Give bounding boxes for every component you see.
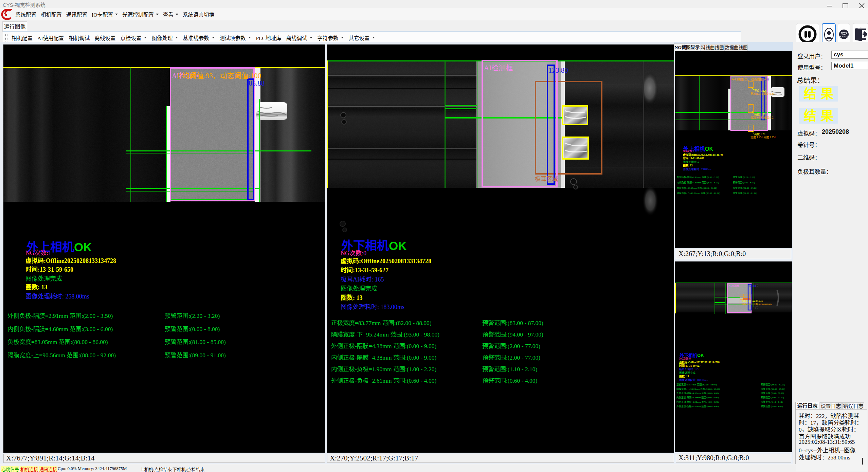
status-cpu-memory: Cpu: 0.0% Memory: 3424.41796875M xyxy=(58,466,127,471)
tool-camera-config[interactable]: 相机配置 xyxy=(11,33,33,42)
chevron-down-icon xyxy=(176,14,178,15)
user-icon xyxy=(824,28,834,42)
camera1-process-done: 图像处理完成 xyxy=(25,274,62,283)
login-user-label: 登录用户： xyxy=(797,52,826,60)
menu-item-view[interactable]: 查看 xyxy=(162,10,179,19)
app-logo-icon xyxy=(1,9,12,20)
exit-icon xyxy=(854,27,867,41)
tab-line-curve[interactable]: 料线曲线图 xyxy=(701,44,724,51)
chevron-down-icon xyxy=(341,37,344,38)
thumb2-row: 预警范围:(1.10 - 2.10) xyxy=(761,400,783,403)
minimize-icon[interactable] xyxy=(827,6,832,6)
tab-data-curve[interactable]: 数据曲线图 xyxy=(724,44,748,51)
camera2-row-left: 正极宽度=83.77mm 范围:(82.00 - 88.00) xyxy=(331,318,432,327)
camera2-view[interactable]: AI检测框 123.80 极耳区域 外下相机OK NG次数:0 虚拟码:Offl… xyxy=(327,44,674,453)
tab-run-image[interactable]: 运行图像 xyxy=(2,21,27,32)
log-line: 处理耗时：258.00ms xyxy=(799,453,850,461)
status-comm-link: 通讯连接 xyxy=(39,466,57,472)
camera2-row-right: 预警范围:(2.00 - 77.00) xyxy=(482,353,540,361)
menu-item-light-config[interactable]: 光源控制配置 xyxy=(121,10,160,19)
tool-ai-use-config[interactable]: AI使用配置 xyxy=(37,33,65,42)
tool-camera-debug[interactable]: 相机调试 xyxy=(68,33,90,42)
thumb1-row: 预警范围:(89.00 - 91.00) xyxy=(733,191,757,195)
status-upper-camera: 上相机:点检结束 xyxy=(140,466,172,472)
camera1-view[interactable]: AI检测框 平均阈值:93，动态阈值:100 85.88 外上相机OK NG次数… xyxy=(3,44,325,453)
log-line: 2025:02:08-13:31:59:65 xyxy=(799,439,855,446)
status-lower-camera: 下相机:点检结束 xyxy=(173,466,205,472)
tab-error-log[interactable]: 错误日志 xyxy=(842,402,864,410)
thumb2-ng-count: NG次数:0 xyxy=(679,357,691,360)
tool-other-settings[interactable]: 其它设置 xyxy=(348,33,376,42)
status-bar: 心跳信号 相机连接 通讯连接 Cpu: 0.0% Memory: 3424.41… xyxy=(0,464,796,472)
camera1-row-left: 外侧负极-隔膜=2.91mm 范围:(2.00 - 3.50) xyxy=(7,311,113,320)
camera1-measure-value: 85.88 xyxy=(249,79,265,88)
camera1-virtual-code: 虚拟码:Offline20250208133134728 xyxy=(25,256,116,265)
tab-ng-screenshot[interactable]: NG截图显示 xyxy=(674,43,700,51)
thumb2-measure-value: 123.80 xyxy=(748,285,756,288)
close-icon[interactable] xyxy=(859,3,865,8)
thumb2-row: 内侧正极-隔膜=4.38mm 范围:(0.00 - 9.00) xyxy=(676,396,719,399)
camera1-turns: 圈数: 13 xyxy=(25,282,48,291)
ng-thumbnail-camera2[interactable]: AI检测框 123.80 宽度:1.225 高度:0.45 宽度:83.77 范… xyxy=(675,261,792,452)
thumb2-row: 预警范围:(83.00 - 87.00) xyxy=(761,383,785,386)
tool-spot-check-setting[interactable]: 点检设置 xyxy=(120,33,147,42)
camera1-elapsed: 图像处理耗时: 258.00ms xyxy=(25,291,89,300)
thumb2-row: 正极宽度=83.77mm 范围:(82.00 - 88.00) xyxy=(676,383,717,386)
menu-item-camera-config[interactable]: 相机配置 xyxy=(40,10,63,19)
login-user-field[interactable]: cys xyxy=(831,51,868,59)
camera2-row-left: 内侧正极-隔膜=4.38mm 范围:(0.00 - 9.00) xyxy=(331,353,436,361)
thumb2-row: 预警范围:(0.60 - 4.00) xyxy=(761,404,783,408)
camera1-row-right: 预警范围:(89.00 - 91.00) xyxy=(165,350,226,359)
thumb2-ai-box-label: AI检测框 xyxy=(728,284,739,288)
text-caret xyxy=(862,458,863,465)
camera2-ai-elapsed: 极耳AI耗时: 165 xyxy=(341,274,384,283)
menu-item-comm-config[interactable]: 通讯配置 xyxy=(65,10,88,19)
tool-test-item-params[interactable]: 测试项参数 xyxy=(219,33,252,42)
thumb1-row: 隔膜宽度-上=90.56mm 范围:(88.00 - 92.00) xyxy=(677,191,720,195)
tab-run-log[interactable]: 运行日志 xyxy=(795,402,819,410)
menu-item-language-switch[interactable]: 系统语言切换 xyxy=(182,10,215,19)
ng-thumbnail-camera1[interactable]: 平均阈值:93，动态阈值:100 85.88 亮度:1.226 宽度:1.775… xyxy=(675,51,792,248)
camera2-row-right: 预警范围:(94.00 - 97.00) xyxy=(482,330,543,338)
camera2-process-done: 图像处理完成 xyxy=(341,284,377,292)
thumb1-row: 外侧负极-隔膜=2.91mm 范围:(2.00 - 3.50) xyxy=(677,175,719,179)
tool-plc-address-lib[interactable]: PLC地址库 xyxy=(255,33,282,42)
toolbar-grip[interactable] xyxy=(5,34,7,41)
winding-needle-label: 卷针号： xyxy=(797,140,820,149)
camera2-coordinate-bar: X:270;Y:2502;R:17;G:17;B:17 xyxy=(327,454,674,463)
camera1-row-right: 预警范围:(0.00 - 8.00) xyxy=(165,324,220,333)
menu-item-system-config[interactable]: 系统配置 xyxy=(14,10,37,19)
camera2-result: OK xyxy=(389,239,407,252)
tool-offline-debug[interactable]: 离线调试 xyxy=(285,33,313,42)
camera1-row-right: 预警范围:(2.20 - 3.20) xyxy=(165,311,220,320)
camera1-row-left: 隔膜宽度-上=90.56mm 范围:(88.00 - 92.00) xyxy=(7,350,116,359)
chevron-down-icon xyxy=(144,37,147,38)
thumb1-annotation: 宽度:0.845 高度:1.2 xyxy=(751,115,773,119)
camera1-time: 时间:13-31-59-650 xyxy=(25,265,73,273)
view-tab-strip: 运行图像 xyxy=(0,20,868,31)
model-field[interactable]: Model1 xyxy=(831,62,868,70)
tool-image-processing[interactable]: 图像处理 xyxy=(151,33,179,42)
camera2-ai-box-label: AI检测框 xyxy=(484,62,513,72)
menu-item-io-card-config[interactable]: IO卡配置 xyxy=(91,10,119,19)
thumb1-turns: 圈数: 13 xyxy=(683,163,693,167)
menu-bar: 系统配置 相机配置 通讯配置 IO卡配置 光源控制配置 查看 系统语言切换 xyxy=(0,8,868,20)
sidebar-area xyxy=(793,42,868,465)
thumb1-row: 预警范围:(0.00 - 8.00) xyxy=(733,181,755,184)
thumb2-row: 外侧正极-隔膜=4.38mm 范围:(0.00 - 9.00) xyxy=(676,391,719,395)
chevron-down-icon xyxy=(212,37,215,38)
qr-code-label: 二维码： xyxy=(797,153,820,161)
tool-offline-setting[interactable]: 离线设置 xyxy=(94,33,116,42)
log-text-area[interactable]: 耗时：222，缺陷检测耗 时：17，缺陷分类耗时： 0，缺陷提取分区耗时： 直方… xyxy=(795,409,867,471)
tab-setting-log[interactable]: 设置日志 xyxy=(820,402,842,410)
camera2-measure-value: 123.80 xyxy=(548,66,568,75)
chevron-down-icon xyxy=(372,37,375,38)
thumb2-row: 隔膜宽度-下=95.24mm 范围:(93.00 - 98.00) xyxy=(676,387,720,391)
tool-baseline-params[interactable]: 基准线参数 xyxy=(182,33,215,42)
total-result-label: 总结果： xyxy=(797,75,824,85)
camera2-row-left: 隔膜宽度-下=95.24mm 范围:(93.00 - 98.00) xyxy=(331,330,439,338)
thumb2-elapsed: 图像处理耗时: 183.00ms xyxy=(679,378,708,382)
tool-char-params[interactable]: 字符参数 xyxy=(317,33,344,42)
camera2-tab-region-label: 极耳区域 xyxy=(535,174,558,183)
app-window: CYS-视觉检测系统 系统配置 相机配置 通讯配置 IO卡配置 光源控制配置 查… xyxy=(0,0,868,472)
